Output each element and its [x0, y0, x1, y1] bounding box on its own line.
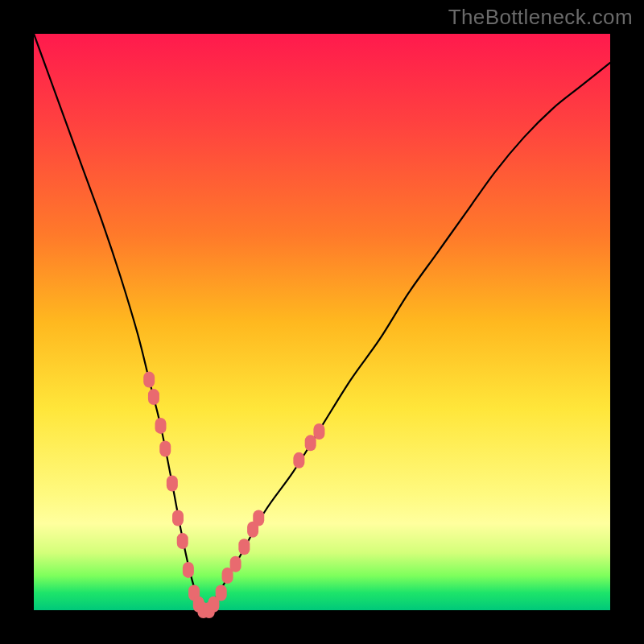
marker-dot	[293, 452, 304, 469]
watermark-text: TheBottleneck.com	[448, 5, 633, 30]
marker-dot	[155, 418, 167, 434]
marker-dot	[172, 510, 184, 526]
marker-dot	[313, 423, 324, 440]
marker-dot	[159, 441, 171, 457]
marker-dot	[167, 475, 178, 491]
plot-area	[34, 34, 610, 610]
marker-dot	[305, 435, 316, 451]
highlighted-points	[143, 372, 324, 618]
marker-dot	[216, 585, 227, 601]
marker-dot	[238, 539, 250, 555]
marker-dot	[143, 372, 155, 388]
bottleneck-curve	[34, 34, 610, 612]
marker-dot	[148, 389, 159, 405]
marker-dot	[230, 556, 242, 572]
marker-dot	[183, 562, 194, 578]
chart-svg	[34, 34, 610, 610]
marker-dot	[253, 510, 264, 526]
marker-dot	[177, 533, 188, 549]
chart-frame: TheBottleneck.com	[0, 0, 644, 644]
